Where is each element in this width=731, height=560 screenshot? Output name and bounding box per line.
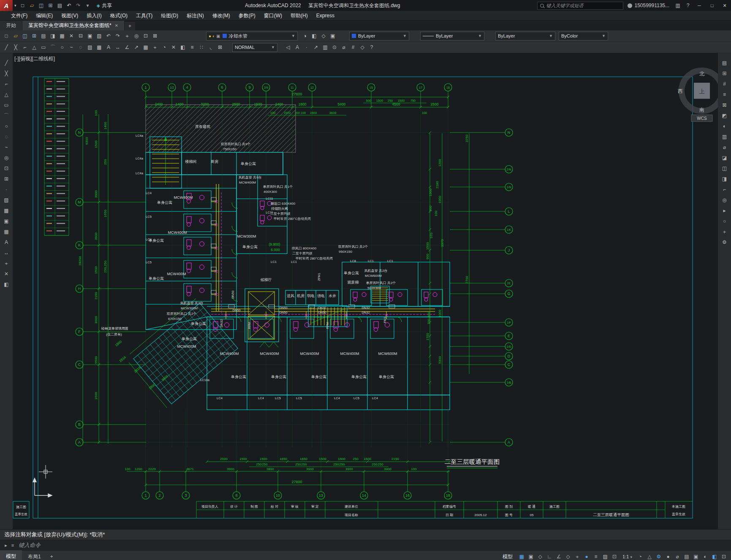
mtext-icon[interactable]: A [2,238,11,246]
model-tab[interactable]: 模型 [0,550,22,560]
point-icon[interactable]: ∙ [2,186,11,193]
ucs-icon[interactable]: ⌐ [720,186,729,193]
color-combo[interactable]: ByLayer ▼ [349,32,409,41]
drawing-viewport[interactable]: [-][俯视][二维线框] [13,53,718,529]
share-button[interactable]: ◈ 共享 [97,2,112,9]
menu-item-11[interactable]: 帮助(H) [286,11,312,20]
line-icon[interactable]: ╱ [2,59,11,67]
recent-commands-icon[interactable]: ▸ [3,543,9,548]
menu-item-6[interactable]: 绘图(D) [157,11,182,20]
search-box[interactable]: 键入关键字或短语 [537,2,623,10]
layout1-tab[interactable]: 布局1 [22,551,47,560]
menu-item-5[interactable]: 工具(T) [132,11,157,20]
explode-icon[interactable]: ⊠ [215,43,225,52]
table-icon[interactable]: ▦ [141,43,150,52]
lock-ui-icon[interactable]: ▣ [691,552,701,560]
plot-icon[interactable]: ▤ [55,1,65,10]
dim-angular-icon[interactable]: ∠ [122,43,132,52]
lineweight-combo[interactable]: ByLayer ▼ [495,32,555,41]
tab-document[interactable]: 某宾馆中央空调和卫生热水全套图纸* ✕ [22,21,124,30]
new-tab-button[interactable]: + [125,22,135,30]
mirror-icon[interactable]: ◧ [178,43,188,52]
layer-previous-icon[interactable]: ▣ [328,32,337,41]
save-as-icon[interactable]: ⊞ [30,32,39,41]
orbit-icon[interactable]: ○ [720,217,729,225]
drawing-canvas[interactable]: 上 北 南 西 东 WCS 11/24692/91112151718123810… [13,53,718,529]
isolate-objects-icon[interactable]: ◐ [701,552,710,560]
annotation-scale-button[interactable]: 1:1 ▾ [620,554,635,559]
copy-clip-icon[interactable]: ⊟ [76,32,85,41]
menu-item-8[interactable]: 修改(M) [208,11,234,20]
command-prompt[interactable]: 键入命令 [19,541,41,549]
layer-lock-icon[interactable]: ▣ [216,34,220,38]
hatch-icon[interactable]: ▧ [85,43,95,52]
grid-icon[interactable]: ▦ [517,552,526,560]
xref-icon[interactable]: ⊠ [720,101,729,109]
move-icon[interactable]: ＋ [150,43,160,52]
snap-mode-icon[interactable]: ▣ [526,552,535,560]
layer-freeze-icon[interactable]: ◇ [319,32,328,41]
settings-icon[interactable]: ⚙ [720,238,729,246]
multileader-icon[interactable]: ↗ [311,43,321,52]
polygon-icon[interactable]: △ [2,91,11,98]
rotate-icon[interactable]: ◔ [160,43,169,52]
annotation-visibility-icon[interactable]: ◔ [636,552,645,560]
circle-icon[interactable]: ○ [57,43,67,52]
rectangle-icon[interactable]: ▭ [2,101,11,109]
menu-item-3[interactable]: 插入(I) [82,11,106,20]
xline-icon[interactable]: ╳ [2,70,11,77]
osnap-settings-icon[interactable]: ◇ [358,43,367,52]
trim-icon[interactable]: ✕ [169,43,178,52]
gradient-icon[interactable]: ▩ [2,207,11,214]
transparency-icon[interactable]: ▨ [601,552,610,560]
measure-icon[interactable]: ⌀ [339,43,348,52]
construction-line-icon[interactable]: ╳ [11,43,20,52]
publish-icon[interactable]: ▦ [57,32,67,41]
table-icon[interactable]: ▦ [2,228,11,235]
clean-screen-icon[interactable]: ⊡ [719,552,728,560]
rectangle-icon[interactable]: ▭ [39,43,48,52]
command-line[interactable]: ▸≡ 键入命令 [0,540,731,550]
text-style-combo[interactable]: NORMAL ▼ [232,43,277,52]
visual-styles-icon[interactable]: ◨ [720,175,729,183]
redo-icon[interactable]: ↷ [74,1,83,10]
help-icon[interactable]: ? [683,3,693,8]
new-drawing-icon[interactable]: □ [18,1,27,10]
show-motion-icon[interactable]: ▸ [720,207,729,214]
spline-icon[interactable]: ~ [2,143,11,151]
text-style-icon[interactable]: A [293,43,302,52]
dim-style-icon[interactable]: ◁ [283,43,293,52]
properties-icon[interactable]: ▤ [720,59,729,67]
cut-clip-icon[interactable]: ✕ [67,32,76,41]
user-account[interactable]: 15059991135... [628,3,669,8]
group-icon[interactable]: ⊙ [330,43,339,52]
object-snap-icon[interactable]: ● [582,552,591,560]
help-icon[interactable]: ? [367,43,376,52]
point-style-icon[interactable]: ∙ [302,43,311,52]
add-layout-button[interactable]: + [47,554,57,560]
menu-item-2[interactable]: 视图(V) [57,11,82,20]
model-space-toggle[interactable]: 模型 [499,553,516,560]
open-folder-icon[interactable]: ▱ [27,1,37,10]
line-icon[interactable]: ╱ [2,43,11,52]
layer-isolate-icon[interactable]: ◧ [310,32,319,41]
menu-item-4[interactable]: 格式(O) [106,11,132,20]
selection-cycling-icon[interactable]: ⊡ [610,552,619,560]
layer-bulb-icon[interactable]: ● [209,34,211,38]
layer-freeze-sun-icon[interactable]: ◐ [212,34,215,38]
gradient-icon[interactable]: ▩ [95,43,104,52]
ellipse-icon[interactable]: ◎ [2,154,11,162]
menu-item-1[interactable]: 编辑(E) [32,11,57,20]
move-icon[interactable]: ＋ [2,260,11,267]
zoom-realtime-icon[interactable]: ◎ [132,32,141,41]
erase-icon[interactable]: ✕ [2,270,11,278]
view-compass[interactable]: 上 北 南 西 东 WCS [678,70,718,122]
plot-preview-icon[interactable]: ◨ [48,32,57,41]
units-icon[interactable]: ⌀ [673,552,682,560]
lineweight-display-icon[interactable]: ≡ [591,552,601,560]
menu-item-10[interactable]: 窗口(W) [260,11,286,20]
dim-linear-icon[interactable]: ↔ [2,249,11,257]
save-as-icon[interactable]: ⊞ [46,1,55,10]
menu-item-9[interactable]: 参数(P) [234,11,260,20]
match-properties-icon[interactable]: ▨ [95,32,104,41]
